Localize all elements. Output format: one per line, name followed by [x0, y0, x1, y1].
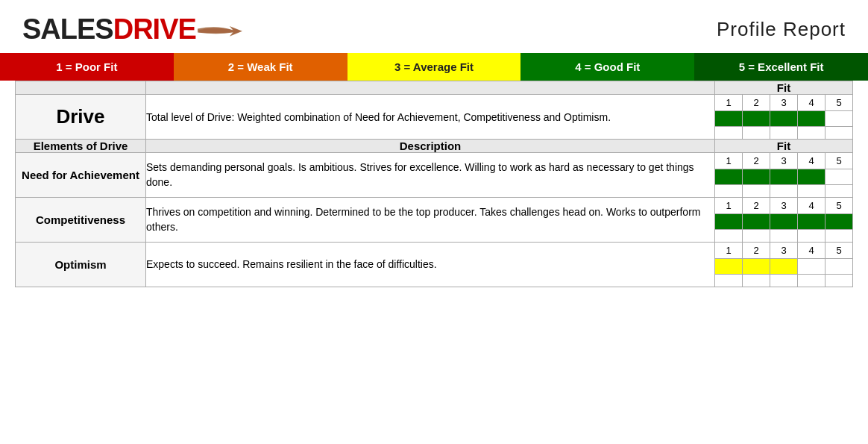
nfa-fit-num-1: 1 — [715, 153, 743, 169]
comp-empty-5 — [825, 230, 852, 242]
opt-bar-4 — [798, 259, 825, 274]
nfa-fit-num-2: 2 — [743, 153, 770, 169]
opt-empty-5 — [825, 275, 852, 287]
nfa-bar-4 — [798, 169, 825, 184]
drive-label: Drive — [16, 95, 146, 140]
elements-of-drive-label: Elements of Drive — [16, 140, 146, 153]
fit-num-2: 2 — [743, 95, 770, 110]
comp-fit-num-3: 3 — [770, 198, 798, 213]
logo: SALESDRIVE — [22, 13, 242, 46]
comp-empty-2 — [743, 230, 770, 242]
need-achievement-fit: 1 2 3 4 5 — [715, 153, 853, 198]
opt-fit-num-5: 5 — [825, 243, 852, 258]
drive-header-row: Fit — [16, 81, 853, 95]
nfa-empty-1 — [715, 185, 743, 197]
nfa-empty-3 — [770, 185, 798, 197]
legend-poor-fit: 1 = Poor Fit — [0, 53, 174, 81]
fit-sub-header: Fit — [715, 140, 853, 153]
nfa-bar-1 — [715, 169, 743, 184]
opt-fit-num-3: 3 — [770, 243, 798, 258]
opt-empty-3 — [770, 275, 798, 287]
comp-empty-3 — [770, 230, 798, 242]
nfa-fit-num-5: 5 — [825, 153, 852, 169]
main-table: Fit Drive Total level of Drive: Weighted… — [15, 81, 853, 287]
nfa-fit-num-3: 3 — [770, 153, 798, 169]
legend-bar: 1 = Poor Fit 2 = Weak Fit 3 = Average Fi… — [0, 53, 868, 81]
opt-empty-2 — [743, 275, 770, 287]
drive-top-label-empty — [16, 81, 146, 95]
opt-bar-3 — [770, 259, 798, 274]
opt-bar-1 — [715, 259, 743, 274]
need-achievement-row: Need for Achievement Sets demanding pers… — [16, 153, 853, 198]
nfa-fit-num-4: 4 — [798, 153, 825, 169]
comp-bar-2 — [743, 214, 770, 229]
need-achievement-desc: Sets demanding personal goals. Is ambiti… — [146, 153, 715, 198]
fit-num-1: 1 — [715, 95, 743, 110]
drive-description: Total level of Drive: Weighted combinati… — [146, 95, 715, 140]
drive-fit: 1 2 3 4 5 — [715, 95, 853, 140]
opt-empty-1 — [715, 275, 743, 287]
drive-bar-1 — [715, 111, 743, 126]
opt-bar-5 — [825, 259, 852, 274]
fit-num-3: 3 — [770, 95, 798, 110]
report-title: Profile Report — [717, 18, 846, 41]
optimism-label: Optimism — [16, 243, 146, 287]
legend-average-fit: 3 = Average Fit — [347, 53, 521, 81]
need-achievement-label: Need for Achievement — [16, 153, 146, 198]
comp-fit-num-2: 2 — [743, 198, 770, 213]
optimism-fit: 1 2 3 4 5 — [715, 243, 853, 287]
nfa-bar-3 — [770, 169, 798, 184]
nfa-empty-2 — [743, 185, 770, 197]
competitiveness-row: Competitiveness Thrives on competition a… — [16, 198, 853, 243]
comp-fit-num-4: 4 — [798, 198, 825, 213]
logo-arrow-icon — [198, 13, 242, 27]
comp-bar-4 — [798, 214, 825, 229]
legend-excellent-fit: 5 = Excellent Fit — [694, 53, 868, 81]
nfa-empty-5 — [825, 185, 852, 197]
optimism-row: Optimism Expects to succeed. Remains res… — [16, 243, 853, 287]
drive-row: Drive Total level of Drive: Weighted com… — [16, 95, 853, 140]
legend-good-fit: 4 = Good Fit — [521, 53, 694, 81]
drive-bar-5 — [825, 111, 852, 126]
nfa-empty-4 — [798, 185, 825, 197]
logo-drive: DRIVE — [113, 13, 196, 46]
drive-top-desc-empty — [146, 81, 715, 95]
drive-empty-4 — [798, 127, 825, 139]
comp-bar-5 — [825, 214, 852, 229]
elements-header-row: Elements of Drive Description Fit — [16, 140, 853, 153]
fit-main-header: Fit — [715, 81, 853, 95]
comp-empty-1 — [715, 230, 743, 242]
comp-empty-4 — [798, 230, 825, 242]
opt-fit-num-2: 2 — [743, 243, 770, 258]
drive-bar-2 — [743, 111, 770, 126]
competitiveness-desc: Thrives on competition and winning. Dete… — [146, 198, 715, 243]
drive-empty-5 — [825, 127, 852, 139]
drive-bar-3 — [770, 111, 798, 126]
comp-fit-num-1: 1 — [715, 198, 743, 213]
drive-empty-3 — [770, 127, 798, 139]
drive-empty-2 — [743, 127, 770, 139]
fit-num-5: 5 — [825, 95, 852, 110]
nfa-bar-5 — [825, 169, 852, 184]
competitiveness-label: Competitiveness — [16, 198, 146, 243]
opt-fit-num-4: 4 — [798, 243, 825, 258]
logo-sales: SALES — [22, 13, 113, 46]
optimism-desc: Expects to succeed. Remains resilient in… — [146, 243, 715, 287]
nfa-bar-2 — [743, 169, 770, 184]
opt-empty-4 — [798, 275, 825, 287]
comp-bar-3 — [770, 214, 798, 229]
legend-weak-fit: 2 = Weak Fit — [174, 53, 347, 81]
comp-bar-1 — [715, 214, 743, 229]
description-header: Description — [146, 140, 715, 153]
header: SALESDRIVE Profile Report — [0, 0, 868, 53]
comp-fit-num-5: 5 — [825, 198, 852, 213]
drive-bar-4 — [798, 111, 825, 126]
competitiveness-fit: 1 2 3 4 5 — [715, 198, 853, 243]
opt-fit-num-1: 1 — [715, 243, 743, 258]
drive-empty-1 — [715, 127, 743, 139]
fit-num-4: 4 — [798, 95, 825, 110]
opt-bar-2 — [743, 259, 770, 274]
